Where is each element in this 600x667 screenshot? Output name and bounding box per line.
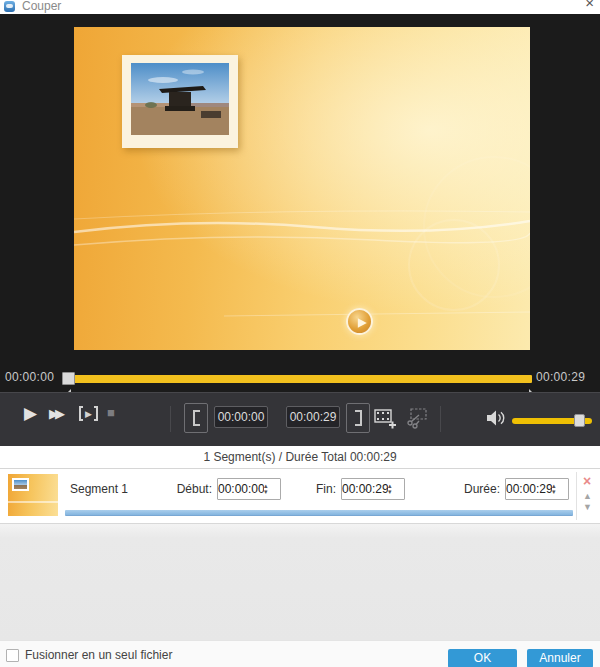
video-preview[interactable] [74, 27, 530, 350]
dialog-footer: Fusionner en un seul fichier OK Annuler [0, 640, 600, 667]
seek-bar[interactable] [64, 375, 532, 383]
set-end-point-button[interactable] [346, 403, 370, 433]
segment-start-spinner[interactable]: ▴▾ [217, 478, 281, 500]
spinner-arrows-icon[interactable]: ▴▾ [388, 483, 392, 495]
ok-button[interactable]: OK [448, 649, 517, 667]
spinner-arrows-icon[interactable]: ▴▾ [264, 483, 268, 495]
video-play-badge [346, 308, 373, 335]
end-field-label: Fin: [300, 482, 336, 496]
segment-thumbnail [8, 474, 58, 516]
duration-field-label: Durée: [452, 482, 500, 496]
timeline-end-time: 00:00:29 [536, 370, 585, 384]
start-field-label: Début: [160, 482, 212, 496]
segment-duration-input[interactable] [506, 482, 552, 496]
playback-toolbar: ▶ ▶▶ ▶ ■ [0, 392, 600, 446]
add-segment-icon[interactable] [374, 407, 396, 433]
end-time-display[interactable] [286, 406, 340, 428]
stop-icon[interactable]: ■ [107, 405, 115, 420]
speaker-icon[interactable] [486, 409, 506, 431]
spinner-arrows-icon[interactable]: ▴▾ [552, 483, 556, 495]
segment-summary: 1 Segment(s) / Durée Total 00:00:29 [0, 446, 600, 469]
close-icon[interactable]: × [585, 0, 594, 12]
polaroid-photo [122, 55, 238, 148]
timeline-start-time: 00:00:00 [5, 370, 54, 384]
app-icon [4, 1, 15, 12]
move-up-icon[interactable]: ▲ [583, 491, 592, 501]
play-segment-icon[interactable]: ▶ [79, 405, 98, 422]
toolbar-separator [170, 406, 171, 432]
delete-segment-icon[interactable]: × [583, 473, 591, 489]
volume-handle[interactable] [574, 414, 585, 427]
merge-checkbox-label[interactable]: Fusionner en un seul fichier [25, 648, 172, 662]
seek-handle[interactable] [62, 372, 75, 385]
player-area: 00:00:00 00:00:29 [0, 14, 600, 392]
segment-range-bar[interactable] [65, 510, 573, 516]
segment-start-input[interactable] [218, 482, 264, 496]
cut-dialog: Couper × [0, 0, 600, 667]
segment-list-empty-area [0, 523, 600, 640]
segment-duration-spinner[interactable]: ▴▾ [505, 478, 569, 500]
move-down-icon[interactable]: ▼ [583, 502, 592, 512]
cancel-button[interactable]: Annuler [527, 649, 593, 667]
segment-row[interactable]: Segment 1 Début: ▴▾ Fin: ▴▾ Durée: ▴▾ × … [0, 469, 600, 523]
titlebar: Couper × [0, 0, 600, 14]
segment-name: Segment 1 [70, 482, 128, 496]
start-time-display[interactable] [214, 406, 268, 428]
split-segment-icon[interactable] [406, 407, 428, 433]
segment-end-input[interactable] [342, 482, 388, 496]
row-divider [576, 472, 577, 520]
merge-checkbox[interactable] [6, 649, 19, 662]
dialog-title: Couper [22, 0, 61, 14]
segment-end-spinner[interactable]: ▴▾ [341, 478, 405, 500]
play-icon[interactable]: ▶ [24, 403, 37, 424]
fast-forward-icon[interactable]: ▶▶ [49, 406, 75, 421]
set-start-point-button[interactable] [184, 403, 208, 433]
toolbar-separator [440, 406, 441, 432]
